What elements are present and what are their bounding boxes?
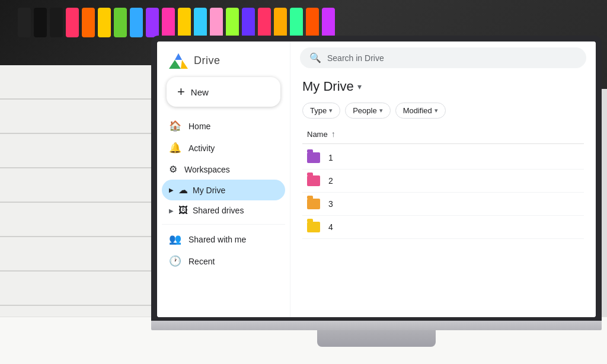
sidebar-item-recent[interactable]: 🕐 Recent: [162, 250, 285, 272]
file-row-4[interactable]: 4: [302, 216, 584, 239]
drive-logo: Drive: [162, 49, 285, 77]
svg-marker-3: [181, 60, 188, 69]
people-filter-chevron: ▾: [379, 107, 383, 114]
expand-arrow-shared[interactable]: ▶: [169, 207, 174, 214]
home-label: Home: [189, 122, 210, 131]
title-chevron-icon[interactable]: ▾: [357, 82, 362, 91]
svg-marker-4: [175, 53, 182, 60]
home-icon: 🏠: [169, 120, 181, 132]
activity-label: Activity: [189, 143, 215, 153]
workspaces-icon: ⚙: [169, 164, 177, 175]
drive-logo-icon: [169, 52, 188, 69]
sidebar-item-shared-drives[interactable]: ▶ 🖼 Shared drives: [162, 200, 285, 221]
recent-icon: 🕐: [169, 255, 181, 267]
shared-drives-icon: 🖼: [178, 205, 188, 216]
my-drive-icon: ☁: [178, 184, 188, 196]
my-drive-label: My Drive: [193, 186, 225, 195]
people-filter-label: People: [353, 106, 376, 115]
folder-icon-pink: [307, 175, 320, 186]
file-name-1: 1: [328, 153, 333, 162]
people-filter-button[interactable]: People ▾: [345, 103, 390, 119]
name-column-label[interactable]: Name: [307, 130, 328, 139]
file-name-3: 3: [328, 199, 333, 209]
new-icon: +: [177, 84, 185, 100]
page-title: My Drive ▾: [302, 79, 584, 94]
type-filter-chevron: ▾: [329, 107, 333, 114]
drive-logo-text: Drive: [194, 55, 221, 67]
sidebar-item-my-drive[interactable]: ▶ ☁ My Drive: [162, 180, 285, 200]
folder-icon-purple: [307, 152, 320, 163]
workspaces-label: Workspaces: [184, 165, 230, 174]
file-name-2: 2: [328, 176, 333, 186]
activity-icon: 🔔: [169, 142, 181, 154]
file-list-header: Name ↑: [302, 127, 584, 144]
recent-label: Recent: [189, 257, 215, 266]
sidebar-item-shared-with-me[interactable]: 👥 Shared with me: [162, 228, 285, 250]
shared-drives-label: Shared drives: [193, 206, 244, 215]
filter-bar: Type ▾ People ▾ Modified ▾: [302, 103, 584, 119]
search-icon: 🔍: [309, 52, 321, 63]
type-filter-button[interactable]: Type ▾: [302, 103, 340, 119]
modified-filter-button[interactable]: Modified ▾: [395, 103, 446, 119]
folder-icon-orange: [307, 199, 320, 209]
shared-with-me-label: Shared with me: [189, 235, 246, 244]
shared-with-me-icon: 👥: [169, 233, 181, 245]
file-name-4: 4: [328, 222, 333, 232]
new-button-label: New: [191, 87, 209, 97]
sort-arrow-icon: ↑: [331, 129, 336, 139]
svg-marker-2: [169, 60, 181, 69]
sidebar-item-workspaces[interactable]: ⚙ Workspaces: [162, 159, 285, 180]
folder-icon-yellow: [307, 222, 320, 232]
expand-arrow-my-drive[interactable]: ▶: [169, 187, 174, 193]
modified-filter-chevron: ▾: [435, 107, 438, 114]
modified-filter-label: Modified: [403, 106, 432, 115]
file-row-3[interactable]: 3: [302, 193, 584, 216]
file-row-1[interactable]: 1: [302, 146, 584, 170]
sidebar-item-home[interactable]: 🏠 Home: [162, 115, 285, 137]
new-button[interactable]: + New: [167, 77, 280, 107]
search-placeholder: Search in Drive: [327, 53, 384, 63]
sidebar-item-activity[interactable]: 🔔 Activity: [162, 137, 285, 159]
my-drive-title: My Drive: [302, 79, 354, 94]
file-row-2[interactable]: 2: [302, 170, 584, 193]
type-filter-label: Type: [310, 106, 327, 115]
search-bar[interactable]: 🔍 Search in Drive: [300, 47, 586, 68]
